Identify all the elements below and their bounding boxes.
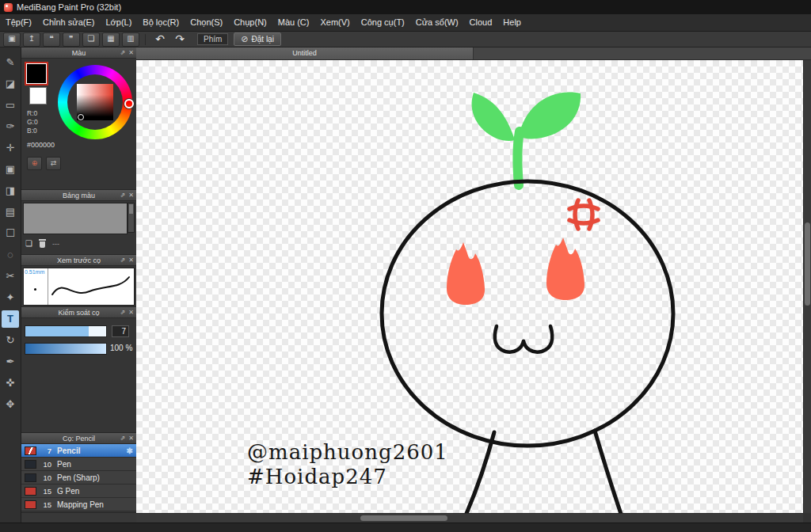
- brush-row-g-pen[interactable]: 15 G Pen: [21, 484, 136, 498]
- lasso-tool-button[interactable]: ◌: [2, 246, 19, 264]
- fill-rect-tool-button[interactable]: ▣: [2, 161, 19, 178]
- rotate-tool-button[interactable]: ↻: [2, 332, 19, 349]
- text-tool-button[interactable]: T: [2, 310, 19, 328]
- status-bar: [0, 522, 811, 532]
- gradient-tool-button[interactable]: ▤: [2, 203, 19, 221]
- brush-chip: [25, 487, 36, 496]
- menu-window[interactable]: Cửa sổ(W): [410, 14, 464, 31]
- wand-tool-button[interactable]: ✦: [2, 289, 19, 306]
- blue-value: B:0: [27, 127, 38, 135]
- shape-tool-button[interactable]: ▭: [2, 97, 19, 114]
- panel-popout-icon[interactable]: ⇗: [120, 190, 126, 200]
- panel-popout-icon[interactable]: ⇗: [120, 255, 126, 265]
- panel-close-icon[interactable]: ✕: [128, 307, 134, 317]
- menu-tools[interactable]: Công cụ(T): [356, 14, 410, 31]
- select-pen-tool-button[interactable]: ✂: [2, 268, 19, 285]
- menu-view[interactable]: Xem(V): [314, 14, 355, 31]
- brush-chip: [25, 473, 36, 482]
- pen-tool-button[interactable]: ✎: [2, 54, 19, 71]
- document-tab[interactable]: Untitled: [136, 48, 474, 59]
- brush-list-title: Cọ: Pencil: [21, 435, 136, 443]
- menu-filter[interactable]: Bộ lọc(R): [137, 14, 185, 31]
- brush-list-header: Cọ: Pencil ⇗ ✕: [21, 433, 136, 444]
- rgb-readout: R:0 G:0 B:0: [27, 109, 38, 135]
- move-tool-button[interactable]: ✛: [2, 139, 19, 157]
- airbrush-tool-button[interactable]: ✑: [2, 118, 19, 135]
- menu-help[interactable]: Help: [497, 14, 527, 31]
- menu-select[interactable]: Chọn(S): [185, 14, 228, 31]
- tool-strip: ✎ ◪ ▭ ✑ ✛ ▣ ◨ ▤ ☐ ◌ ✂ ✦ T ↻ ✒ ✜ ✥: [0, 48, 21, 522]
- color-panel-title: Màu: [21, 49, 136, 57]
- brush-size-value[interactable]: 7: [112, 325, 129, 337]
- panel-popout-icon[interactable]: ⇗: [120, 433, 126, 443]
- brush-settings-icon[interactable]: ✱: [127, 446, 133, 455]
- horizontal-scrollbar-thumb[interactable]: [360, 515, 447, 521]
- sprout-stem: [517, 131, 520, 185]
- menu-snap[interactable]: Chụp(N): [228, 14, 272, 31]
- main-toolbar: ▣ ↥ ❝ ❞ ❏ ▦ ▥ ↶ ↷ Phím ⊘ Đặt lại: [0, 32, 811, 48]
- sprout-left-leaf: [472, 93, 515, 141]
- brush-name: Mapping Pen: [57, 500, 136, 509]
- new-palette-icon[interactable]: ❏: [25, 239, 32, 248]
- background-color-swatch[interactable]: [29, 87, 47, 104]
- brush-row-mapping-pen[interactable]: 15 Mapping Pen: [21, 498, 136, 511]
- drawing-canvas[interactable]: @maiphuong2601 #Hoidap247: [136, 60, 803, 513]
- select-tool-button[interactable]: ☐: [2, 225, 19, 242]
- palette-scrollbar[interactable]: [128, 203, 135, 233]
- brush-row-pen[interactable]: 10 Pen: [21, 458, 136, 471]
- prohibition-icon: ⊘: [241, 34, 248, 44]
- sv-cursor[interactable]: [78, 114, 84, 120]
- brush-size-slider[interactable]: [25, 325, 107, 337]
- divide-tool-button[interactable]: ✜: [2, 374, 19, 392]
- workspace: ✎ ◪ ▭ ✑ ✛ ▣ ◨ ▤ ☐ ◌ ✂ ✦ T ↻ ✒ ✜ ✥ Màu: [0, 48, 811, 522]
- brush-row-pen-sharp[interactable]: 10 Pen (Sharp): [21, 471, 136, 484]
- brush-size-cell: 0.51mm: [24, 268, 48, 305]
- redo-button[interactable]: ↷: [171, 32, 188, 47]
- save-button[interactable]: ▣: [3, 32, 21, 47]
- panels-button[interactable]: ▥: [122, 32, 139, 47]
- eraser-tool-button[interactable]: ◪: [2, 75, 19, 93]
- brush-control-title: Kiểm soát cọ: [21, 309, 136, 317]
- panel-close-icon[interactable]: ✕: [128, 190, 134, 200]
- menu-edit[interactable]: Chỉnh sửa(E): [37, 14, 100, 31]
- trash-icon[interactable]: [39, 239, 46, 248]
- vertical-scrollbar-thumb[interactable]: [805, 222, 810, 306]
- chat-button[interactable]: ❞: [63, 32, 80, 47]
- palette-swatch-list[interactable]: [23, 203, 128, 234]
- panel-popout-icon[interactable]: ⇗: [120, 48, 126, 58]
- panel-close-icon[interactable]: ✕: [128, 255, 134, 265]
- brush-opacity-slider[interactable]: [25, 343, 107, 355]
- reset-button[interactable]: ⊘ Đặt lại: [234, 32, 281, 46]
- panel-close-icon[interactable]: ✕: [128, 48, 134, 58]
- comment-button[interactable]: ❝: [43, 32, 60, 47]
- swap-colors-icon[interactable]: ⇄: [46, 157, 61, 170]
- color-wheel[interactable]: [58, 65, 132, 139]
- horizontal-scrollbar[interactable]: [136, 513, 803, 522]
- color-mode-icon[interactable]: ⊕: [27, 157, 42, 170]
- brush-name: Pen (Sharp): [57, 473, 136, 482]
- menu-color[interactable]: Màu (C): [272, 14, 315, 31]
- eyedropper-tool-button[interactable]: ✒: [2, 353, 19, 370]
- panel-popout-icon[interactable]: ⇗: [120, 307, 126, 317]
- upload-button[interactable]: ↥: [23, 32, 40, 47]
- brush-stroke-preview: [48, 268, 133, 303]
- brush-row-pencil[interactable]: 7 Pencil ✱: [21, 444, 136, 458]
- hand-tool-button[interactable]: ✥: [2, 396, 19, 413]
- undo-button[interactable]: ↶: [151, 32, 169, 47]
- panel-close-icon[interactable]: ✕: [128, 433, 134, 443]
- vertical-scrollbar[interactable]: [803, 60, 811, 513]
- menu-layer[interactable]: Lớp(L): [100, 14, 137, 31]
- foreground-color-swatch[interactable]: [26, 63, 47, 84]
- reset-button-label: Đặt lại: [252, 35, 274, 44]
- menu-file[interactable]: Tệp(F): [0, 14, 37, 31]
- brush-list-panel: Cọ: Pencil ⇗ ✕ 7 Pencil ✱ 10: [21, 433, 136, 513]
- palette-placeholder: ---: [52, 240, 59, 248]
- grid-button[interactable]: ▦: [102, 32, 120, 47]
- brush-name: G Pen: [57, 487, 136, 496]
- bucket-tool-button[interactable]: ◨: [2, 182, 19, 200]
- document-button[interactable]: ❏: [82, 32, 100, 47]
- menu-cloud[interactable]: Cloud: [464, 14, 498, 31]
- brush-size: 10: [40, 473, 51, 482]
- brush-size: 7: [40, 446, 51, 455]
- hue-cursor[interactable]: [124, 99, 134, 108]
